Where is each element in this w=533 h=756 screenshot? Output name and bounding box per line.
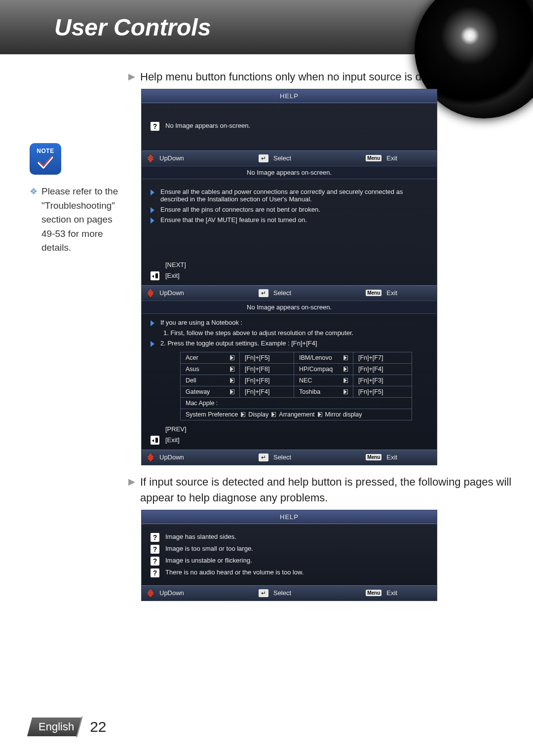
osd-item: Image is unstable or flickering.	[165, 557, 252, 564]
arrow-right-icon	[230, 355, 234, 360]
brand-name: Toshiba	[299, 388, 320, 395]
caret-icon	[151, 189, 154, 195]
question-icon: ?	[151, 557, 159, 566]
updown-arrow-icon	[147, 453, 154, 462]
question-icon: ?	[151, 545, 159, 554]
enter-icon: ↵	[259, 454, 268, 461]
exit-label: Exit	[386, 289, 397, 297]
mac-label: Mac Apple :	[181, 398, 412, 409]
caret-icon	[151, 320, 154, 326]
updown-arrow-icon	[147, 289, 154, 298]
osd-bullet: Ensure all the pins of connectors are no…	[160, 206, 320, 213]
updown-label: UpDown	[159, 289, 184, 297]
exit-label: Exit	[386, 589, 397, 597]
updown-arrow-icon	[147, 154, 154, 163]
header-band: User Controls	[0, 0, 533, 54]
brand-key: [Fn]+[F8]	[240, 375, 294, 386]
select-label: Select	[273, 454, 291, 461]
caret-icon	[151, 218, 154, 224]
next-link: [NEXT]	[165, 261, 428, 268]
mac-path: System Preference Display Arrangement Mi…	[181, 409, 412, 420]
brand-key: [Fn]+[F8]	[240, 364, 294, 375]
brand-key: [Fn]+[F5]	[353, 386, 408, 397]
osd-bullet: Ensure all the cables and power connecti…	[160, 188, 428, 203]
select-label: Select	[273, 154, 291, 162]
osd-line: 1. First, follow the steps above to adju…	[163, 329, 353, 337]
enter-icon: ↵	[259, 589, 268, 597]
osd-section-title: No Image appears on-screen.	[142, 166, 437, 179]
brand-name: HP/Compaq	[299, 366, 333, 373]
paragraph: If input source is detected and help but…	[140, 474, 513, 506]
osd-footer: UpDown ↵ Select Menu Exit	[142, 450, 437, 465]
arrow-right-icon	[230, 389, 234, 394]
note-label: NOTE	[37, 148, 54, 154]
exit-icon	[151, 436, 159, 445]
exit-label: Exit	[386, 154, 397, 162]
exit-link: [Exit]	[165, 272, 180, 279]
brand-key: [Fn]+[F3]	[353, 375, 408, 386]
page-title: User Controls	[54, 14, 211, 41]
brand-name: Acer	[186, 354, 198, 361]
menu-icon: Menu	[366, 155, 381, 161]
osd-section-title: No Image appears on-screen.	[142, 301, 437, 314]
brand-key: [Fn]+[F4]	[353, 364, 408, 375]
brand-name: IBM/Lenovo	[299, 354, 332, 361]
question-icon: ?	[151, 568, 159, 577]
brand-name: Asus	[186, 366, 199, 373]
page-footer: English 22	[30, 718, 107, 736]
enter-icon: ↵	[259, 154, 268, 162]
paragraph: Help menu button functions only when no …	[140, 69, 460, 85]
osd-item: Image has slanted sides.	[165, 533, 236, 540]
menu-icon: Menu	[366, 290, 381, 296]
caret-icon	[151, 207, 154, 213]
updown-arrow-icon	[147, 589, 154, 598]
brand-key: [Fn]+[F5]	[240, 352, 294, 363]
select-label: Select	[273, 589, 291, 597]
question-icon: ?	[151, 122, 159, 131]
osd-title: HELP	[142, 89, 437, 103]
osd-item: There is no audio heard or the volume is…	[165, 568, 304, 576]
question-icon: ?	[151, 533, 159, 542]
arrow-right-icon	[241, 412, 245, 417]
enter-icon: ↵	[259, 289, 268, 297]
exit-link: [Exit]	[165, 436, 180, 444]
exit-icon	[151, 271, 159, 280]
osd-title: HELP	[142, 510, 437, 524]
osd-bullet: Ensure that the [AV MUTE] feature is not…	[160, 216, 307, 224]
note-text: Please refer to the "Troubleshooting" se…	[41, 185, 128, 255]
osd-line: If you are using a Notebook :	[160, 319, 242, 326]
menu-icon: Menu	[366, 454, 381, 460]
osd-help-screenshot: HELP ? No Image appears on-screen. UpDow…	[141, 89, 437, 465]
triangle-bullet-icon: ▶	[128, 69, 140, 82]
select-label: Select	[273, 289, 291, 297]
osd-footer: UpDown ↵ Select Menu Exit	[142, 285, 437, 301]
brand-name: Dell	[186, 377, 196, 384]
brand-key: [Fn]+[F4]	[240, 386, 294, 397]
brand-name: Gateway	[186, 388, 210, 395]
arrow-right-icon	[343, 367, 348, 372]
osd-item: No Image appears on-screen.	[165, 122, 250, 129]
arrow-right-icon	[343, 355, 348, 360]
sidebar: NOTE ❖ Please refer to the "Troubleshoot…	[30, 69, 128, 610]
updown-label: UpDown	[159, 154, 184, 162]
arrow-right-icon	[230, 378, 234, 383]
osd-footer: UpDown ↵ Select Menu Exit	[142, 151, 437, 166]
brand-hotkey-table: Acer [Fn]+[F5] IBM/Lenovo [Fn]+[F7] Asus…	[180, 352, 412, 420]
arrow-right-icon	[318, 412, 322, 417]
updown-label: UpDown	[159, 589, 184, 597]
arrow-right-icon	[343, 389, 348, 394]
main-content: ▶ Help menu button functions only when n…	[128, 69, 513, 610]
arrow-right-icon	[343, 378, 348, 383]
note-badge: NOTE	[30, 143, 61, 175]
caret-icon	[151, 341, 154, 347]
checkmark-icon	[37, 155, 54, 170]
osd-item: Image is too small or too large.	[165, 545, 253, 552]
brand-key: [Fn]+[F7]	[353, 352, 408, 363]
arrow-right-icon	[271, 412, 276, 417]
page-number: 22	[83, 718, 106, 735]
arrow-right-icon	[230, 367, 234, 372]
osd-help-screenshot: HELP ?Image has slanted sides. ?Image is…	[141, 510, 437, 601]
brand-name: NEC	[299, 377, 312, 384]
osd-footer: UpDown ↵ Select Menu Exit	[142, 585, 437, 601]
diamond-bullet-icon: ❖	[30, 185, 41, 255]
